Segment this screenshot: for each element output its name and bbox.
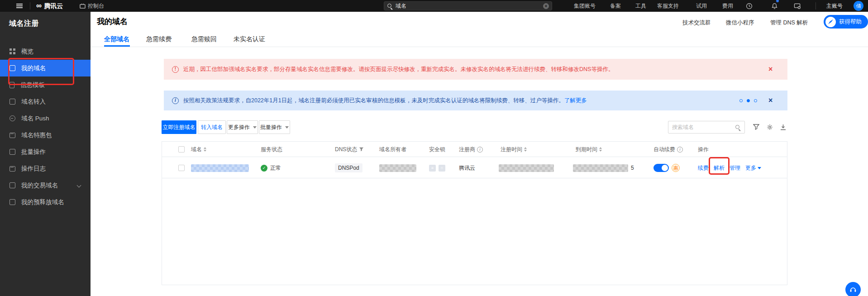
filter-button[interactable] [753, 124, 759, 130]
package-icon [10, 133, 15, 138]
warning-icon: ! [172, 66, 179, 73]
manage-link[interactable]: 管理 [730, 164, 740, 172]
topbar-item-support[interactable]: 客服支持 [657, 0, 679, 12]
customer-service-button[interactable] [845, 282, 861, 296]
carousel-dot-2[interactable] [747, 99, 750, 102]
sidebar-item-info-template[interactable]: 信息模板 [0, 76, 91, 93]
sort-icon[interactable] [599, 146, 602, 153]
column-settings-button[interactable] [767, 124, 773, 130]
carousel-dots [739, 99, 757, 102]
transfer-in-button[interactable]: 转入域名 [198, 120, 226, 134]
info-icon[interactable]: i [477, 147, 483, 153]
notification-badge [776, 0, 779, 3]
col-actions: 操作 [698, 142, 709, 157]
topbar-item-billing[interactable]: 费用 [722, 0, 733, 12]
dns-resolve-link[interactable]: 解析 [714, 164, 725, 172]
sidebar-item-label: 域名特惠包 [21, 131, 52, 139]
tech-group-link[interactable]: 技术交流群 [682, 19, 711, 27]
select-all-checkbox[interactable] [178, 146, 185, 153]
tabbar-divider [91, 47, 868, 47]
sidebar-item-label: 信息模板 [20, 81, 45, 89]
col-service-status: 服务状态 [261, 142, 282, 157]
topbar-search[interactable]: × [384, 1, 552, 10]
warning-banner: ! 近期，因工信部加强域名实名要求，部分存量域名实名信息需要修改。请按页面提示尽… [164, 59, 787, 80]
sidebar-item-label: 我的预释放域名 [21, 198, 64, 206]
sidebar-menu: 概览 我的域名 信息模板 域名转入 域名 Push 域名特惠包 批量操作 操作日… [0, 43, 91, 210]
domain-search-input[interactable] [672, 124, 731, 130]
sidebar-item-label: 域名 Push [21, 115, 49, 123]
logo[interactable]: ∞ 腾讯云 [36, 0, 63, 12]
carousel-dot-1[interactable] [739, 99, 743, 102]
more-actions-label: 更多操作 [228, 121, 250, 134]
overview-icon [10, 48, 15, 54]
topbar-item-icp[interactable]: 备案 [610, 0, 621, 12]
tab-all-domains[interactable]: 全部域名 [104, 32, 129, 47]
console-link[interactable]: 控制台 [80, 0, 104, 12]
sidebar-item-batch-operations[interactable]: 批量操作 [0, 143, 91, 160]
batch-actions-label: 批量操作 [260, 121, 282, 134]
sidebar-item-operation-log[interactable]: 操作日志 [0, 160, 91, 177]
more-label: 更多 [745, 164, 756, 172]
col-registrar: 注册商i [459, 142, 483, 157]
notifications-button[interactable] [771, 0, 778, 12]
sidebar-item-my-prerelease-domains[interactable]: 我的预释放域名 [0, 194, 91, 210]
batch-actions-dropdown[interactable]: 批量操作 [259, 120, 290, 134]
topbar-item-tools[interactable]: 工具 [635, 0, 646, 12]
sidebar-item-my-domains[interactable]: 我的域名 [0, 60, 91, 76]
sidebar-item-label: 概览 [21, 48, 33, 56]
row-checkbox[interactable] [178, 165, 185, 171]
sidebar-item-domain-transfer-in[interactable]: 域名转入 [0, 93, 91, 110]
history-button[interactable] [746, 0, 753, 12]
get-help-button[interactable]: 获得帮助 [824, 15, 868, 29]
redacted-expiry-time [573, 164, 628, 172]
info-text: 按照相关政策法规要求，自2022年1月1日起，域名注册前必须使用已实名审核的信息… [183, 97, 587, 105]
download-button[interactable] [780, 124, 786, 130]
register-domain-button[interactable]: 立即注册域名 [162, 120, 196, 134]
topbar-item-trial[interactable]: 试用 [696, 0, 707, 12]
promo-badge[interactable]: 惠 [672, 164, 680, 172]
search-icon [735, 124, 741, 130]
clear-search-icon[interactable]: × [543, 3, 549, 9]
domain-search-box[interactable] [668, 121, 745, 134]
carousel-dot-3[interactable] [754, 99, 757, 102]
col-auto-renew: 自动续费i [653, 142, 683, 157]
sidebar-item-domain-package[interactable]: 域名特惠包 [0, 127, 91, 143]
sidebar-item-label: 批量操作 [21, 148, 46, 156]
security-lock-cell: ≡○ [429, 158, 445, 178]
clock-icon [746, 3, 753, 10]
more-actions-dropdown[interactable]: 更多操作 [227, 120, 258, 134]
push-icon [10, 115, 15, 121]
close-info-icon[interactable]: × [768, 96, 773, 105]
prerelease-icon [10, 199, 15, 205]
account-type-label[interactable]: 主账号 [826, 0, 843, 12]
topbar-item-group-account[interactable]: 集团账号 [574, 0, 596, 12]
auto-renew-toggle[interactable] [653, 164, 669, 172]
update-lock-icon[interactable]: ≡ [429, 165, 436, 172]
wechat-miniprogram-link[interactable]: 微信小程序 [726, 19, 754, 27]
col-owner: 域名所有者 [379, 142, 406, 157]
sidebar-item-overview[interactable]: 概览 [0, 43, 91, 60]
avatar[interactable]: 倩 [854, 1, 863, 11]
topbar-search-input[interactable] [396, 3, 531, 9]
batch-icon [10, 149, 15, 155]
tab-not-verified[interactable]: 未实名认证 [234, 32, 265, 47]
my-domains-icon [10, 65, 15, 71]
tab-renewal-needed[interactable]: 急需续费 [146, 32, 172, 47]
renew-link[interactable]: 续费 [698, 164, 709, 172]
sidebar-item-label: 操作日志 [21, 165, 46, 173]
manage-dns-link[interactable]: 管理 DNS 解析 [770, 19, 808, 27]
sidebar-item-my-trade-domains[interactable]: 我的交易域名 [0, 177, 91, 194]
filter-icon[interactable] [359, 147, 364, 152]
more-link[interactable]: 更多 [745, 164, 761, 172]
transfer-lock-icon[interactable]: ○ [439, 165, 445, 172]
info-icon[interactable]: i [677, 147, 683, 153]
status-ok-icon: ✓ [261, 165, 267, 172]
close-warning-icon[interactable]: × [768, 65, 773, 73]
console-settings-button[interactable] [794, 0, 801, 12]
sort-icon[interactable] [204, 146, 206, 153]
hamburger-menu-button[interactable] [16, 0, 23, 12]
tab-redeem-needed[interactable]: 急需赎回 [191, 32, 217, 47]
sidebar-item-domain-push[interactable]: 域名 Push [0, 110, 91, 127]
learn-more-link[interactable]: 了解更多 [564, 97, 587, 104]
sort-icon[interactable] [524, 146, 527, 153]
